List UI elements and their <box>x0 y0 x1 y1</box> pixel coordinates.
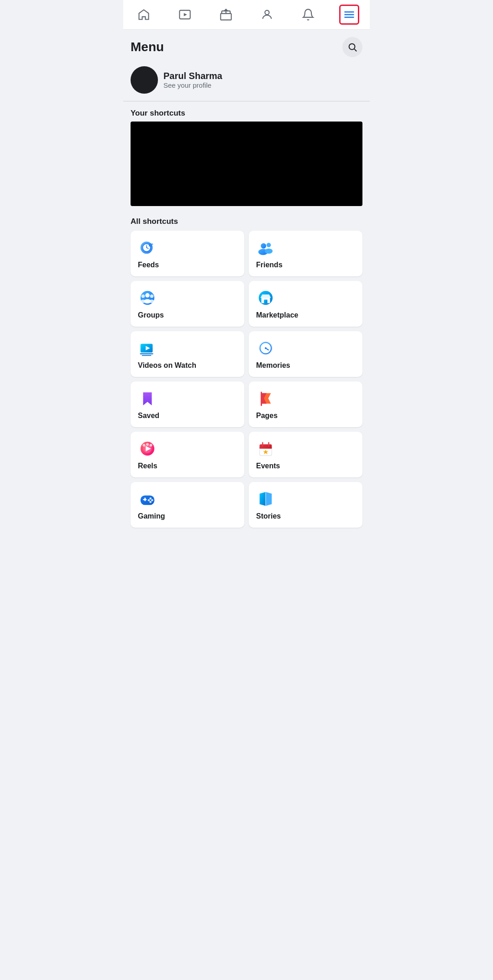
memories-icon <box>256 339 275 358</box>
svg-point-58 <box>151 499 153 501</box>
avatar <box>131 66 158 94</box>
nav-notifications[interactable] <box>298 5 318 25</box>
shortcut-feeds[interactable]: Feeds <box>131 231 244 276</box>
svg-point-23 <box>145 293 150 298</box>
shortcut-marketplace[interactable]: Marketplace <box>249 281 362 327</box>
shortcuts-grid: Feeds Friends <box>131 231 362 528</box>
memories-label: Memories <box>256 361 355 370</box>
profile-name: Parul Sharma <box>163 71 222 81</box>
shortcut-groups[interactable]: Groups <box>131 281 244 327</box>
svg-point-46 <box>146 443 149 446</box>
pages-icon <box>256 389 275 408</box>
svg-point-20 <box>267 243 271 248</box>
svg-marker-1 <box>184 13 187 16</box>
svg-point-26 <box>141 300 146 303</box>
your-shortcuts-title: Your shortcuts <box>131 109 362 118</box>
svg-point-45 <box>143 444 146 447</box>
reels-icon <box>138 439 157 458</box>
profile-info: Parul Sharma See your profile <box>163 71 222 89</box>
feeds-label: Feeds <box>138 261 237 269</box>
svg-point-27 <box>150 294 154 298</box>
shortcut-stories[interactable]: Stories <box>249 482 362 528</box>
groups-icon <box>138 288 157 307</box>
nav-menu[interactable] <box>339 5 359 25</box>
shortcut-gaming[interactable]: Gaming <box>131 482 244 528</box>
profile-link: See your profile <box>163 81 222 89</box>
all-shortcuts-section: All shortcuts <box>123 210 370 531</box>
shortcut-videos-on-watch[interactable]: Videos on Watch <box>131 331 244 377</box>
your-shortcuts-section: Your shortcuts <box>123 101 370 210</box>
shortcut-saved[interactable]: Saved <box>131 381 244 427</box>
shortcut-friends[interactable]: Friends <box>249 231 362 276</box>
menu-header: Menu <box>123 30 370 63</box>
saved-label: Saved <box>138 412 237 420</box>
svg-rect-50 <box>260 447 272 449</box>
groups-label: Groups <box>138 311 237 319</box>
friends-icon <box>256 238 275 257</box>
svg-rect-56 <box>144 498 146 501</box>
nav-home[interactable] <box>134 5 154 25</box>
profile-section[interactable]: Parul Sharma See your profile <box>123 63 370 101</box>
feeds-icon <box>138 238 157 257</box>
all-shortcuts-title: All shortcuts <box>131 217 362 226</box>
nav-profile[interactable] <box>257 5 277 25</box>
search-button[interactable] <box>342 37 362 57</box>
reels-label: Reels <box>138 462 237 470</box>
marketplace-label: Marketplace <box>256 311 355 319</box>
svg-point-59 <box>149 501 152 503</box>
svg-point-60 <box>147 499 150 501</box>
pages-label: Pages <box>256 412 355 420</box>
videos-on-watch-label: Videos on Watch <box>138 361 237 370</box>
svg-point-3 <box>265 11 269 15</box>
stories-label: Stories <box>256 512 355 520</box>
top-navigation <box>123 0 370 30</box>
friends-label: Friends <box>256 261 355 269</box>
shortcuts-preview <box>131 122 362 206</box>
svg-point-25 <box>142 294 145 298</box>
videos-on-watch-icon <box>138 339 157 358</box>
gaming-label: Gaming <box>138 512 237 520</box>
svg-point-28 <box>149 300 154 303</box>
svg-point-7 <box>349 44 355 50</box>
stories-icon <box>256 489 275 509</box>
nav-watch[interactable] <box>175 5 195 25</box>
events-icon <box>256 439 275 458</box>
svg-point-57 <box>149 498 152 500</box>
marketplace-icon <box>256 288 275 307</box>
svg-point-18 <box>261 244 266 249</box>
svg-line-8 <box>354 49 357 51</box>
events-label: Events <box>256 462 355 470</box>
search-icon <box>347 42 357 52</box>
svg-rect-31 <box>264 300 267 303</box>
shortcut-memories[interactable]: Memories <box>249 331 362 377</box>
svg-rect-2 <box>220 14 231 20</box>
shortcut-pages[interactable]: Pages <box>249 381 362 427</box>
svg-point-40 <box>265 347 267 349</box>
nav-marketplace[interactable] <box>216 5 236 25</box>
svg-point-47 <box>150 444 152 447</box>
saved-icon <box>138 389 157 408</box>
shortcut-reels[interactable]: Reels <box>131 432 244 477</box>
gaming-icon <box>138 489 157 509</box>
shortcut-events[interactable]: Events <box>249 432 362 477</box>
svg-point-21 <box>265 249 273 254</box>
menu-title: Menu <box>131 40 164 54</box>
